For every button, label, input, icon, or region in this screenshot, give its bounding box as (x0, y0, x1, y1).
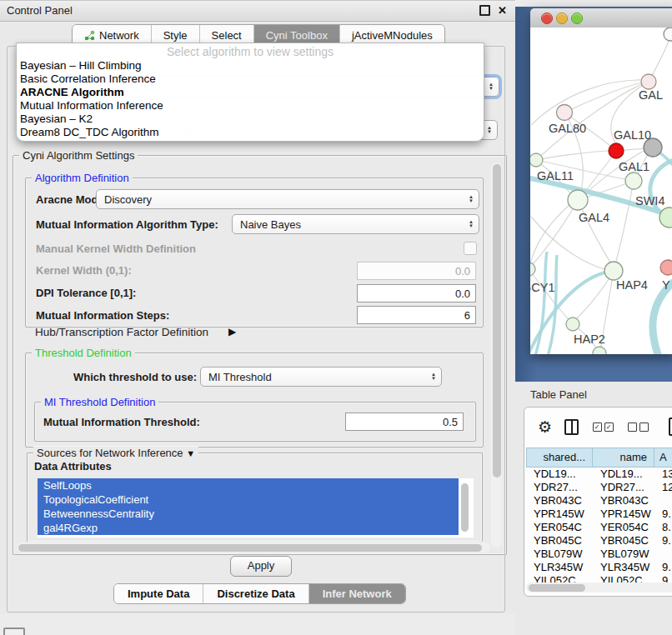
dpi-tolerance-field[interactable]: 0.0 (357, 284, 476, 302)
hub-expand-icon[interactable]: ▶ (228, 326, 236, 338)
mi-type-label: Mutual Information Algorithm Type: (36, 218, 218, 231)
data-attribute-item[interactable]: SelfLoops (38, 478, 459, 492)
settings-horizontal-scrollbar[interactable] (17, 542, 490, 552)
table-cell: YDL19... (593, 468, 654, 481)
algorithm-dropdown-item[interactable]: Basic Correlation Inference (17, 72, 484, 86)
tab-cyni-toolbox-label: Cyni Toolbox (266, 29, 328, 42)
settings-vertical-scrollbar[interactable] (491, 162, 502, 548)
network-node-gal11[interactable] (530, 153, 543, 167)
table-cell: YBL079W (593, 548, 654, 561)
algorithm-dropdown-item[interactable]: ARACNE Algorithm (17, 86, 484, 99)
network-node-gal4[interactable] (568, 190, 588, 210)
tab-select-label: Select (212, 29, 242, 42)
network-edge[interactable] (579, 200, 611, 264)
network-edge[interactable] (615, 181, 634, 264)
table-row[interactable]: YDR27...YDR27...12 (526, 481, 672, 494)
which-threshold-combo[interactable]: MI Threshold ▲▼ (200, 367, 442, 387)
mi-type-combo[interactable]: Naive Bayes ▲▼ (232, 214, 479, 234)
mi-steps-field[interactable]: 6 (357, 306, 476, 324)
tab-infer-network[interactable]: Infer Network (308, 584, 405, 603)
network-node-gal80[interactable] (557, 105, 573, 121)
deselect-all-columns-icon[interactable] (628, 422, 649, 432)
threshold-definition-group: Threshold Definition Which threshold to … (25, 352, 484, 448)
aracne-mode-combo[interactable]: Discovery ▲▼ (96, 189, 479, 209)
column-header-name[interactable]: name (593, 448, 654, 468)
network-node[interactable] (664, 28, 672, 41)
table-row[interactable]: YDL19...YDL19...13 (526, 468, 672, 481)
sources-collapse-icon[interactable]: ▼ (186, 448, 195, 458)
collapsed-panel-icon[interactable] (3, 628, 25, 635)
export-table-icon[interactable] (669, 418, 672, 436)
network-node-gal1[interactable] (625, 172, 642, 189)
apply-button[interactable]: Apply (230, 556, 292, 577)
table-row[interactable]: YBR043CYBR043C (526, 494, 672, 508)
algorithm-dropdown-item[interactable]: Mutual Information Inference (17, 99, 484, 112)
cyni-algorithm-settings-group: Cyni Algorithm Settings Algorithm Defini… (13, 155, 507, 555)
network-node-label: SWI4 (635, 194, 664, 208)
mi-threshold-field[interactable]: 0.5 (345, 412, 464, 431)
kernel-width-label: Kernel Width (0,1): (36, 264, 132, 277)
data-attribute-item[interactable]: gal4RGexp (38, 521, 459, 535)
zoom-traffic-light-icon[interactable] (571, 12, 583, 24)
network-node-gal[interactable] (641, 74, 656, 89)
minimize-traffic-light-icon[interactable] (556, 12, 568, 24)
dpi-tolerance-label: DPI Tolerance [0,1]: (36, 287, 136, 299)
network-edge-thick[interactable] (653, 282, 672, 354)
network-canvas[interactable]: GALGAL80GAL10GAL1GAL11GAL4SWI4GCY1HAP4YH… (530, 28, 672, 354)
table-row[interactable]: YBR045CYBR045C9. (526, 534, 672, 548)
network-node-label: GAL4 (579, 211, 609, 224)
table-cell (654, 494, 672, 508)
tab-impute-data[interactable]: Impute Data (114, 584, 203, 603)
table-row[interactable]: YPR145WYPR145W9. (526, 508, 672, 521)
data-attribute-item[interactable]: BetweennessCentrality (38, 507, 459, 521)
table-cell: 9. (654, 534, 672, 548)
network-edge[interactable] (564, 82, 642, 112)
table-horizontal-scrollbar[interactable] (526, 582, 672, 592)
algorithm-dropdown-item[interactable]: Dream8 DC_TDC Algorithm (17, 126, 484, 139)
tab-impute-data-label: Impute Data (128, 588, 189, 600)
table-body: YDL19...YDL19...13YDR27...YDR27...12YBR0… (526, 468, 672, 588)
network-node-y[interactable] (660, 260, 672, 275)
column-header-third[interactable]: A (654, 448, 672, 468)
network-node-gcy1[interactable] (530, 262, 535, 276)
manual-kernel-checkbox[interactable] (464, 242, 477, 255)
network-node-hap4[interactable] (604, 262, 623, 280)
settings-vertical-scrollbar-thumb[interactable] (493, 164, 501, 478)
table-cell: 9. (654, 561, 672, 574)
algorithm-dropdown-item[interactable]: Bayesian – K2 (17, 112, 484, 126)
column-header-shared-name[interactable]: shared... (526, 448, 593, 468)
network-node[interactable] (609, 143, 624, 158)
table-cell: YDR27... (526, 481, 593, 494)
mi-threshold-label: Mutual Information Threshold: (43, 416, 200, 428)
network-edge[interactable] (536, 151, 609, 160)
data-attributes-list[interactable]: SelfLoopsTopologicalCoefficientBetweenne… (38, 478, 474, 538)
table-cell: 9. (654, 508, 672, 521)
tab-discretize-data[interactable]: Discretize Data (203, 584, 308, 603)
control-panel-title: Control Panel (7, 4, 73, 17)
data-attributes-label: Data Attributes (34, 460, 112, 472)
table-row[interactable]: YLR345WYLR345W9. (526, 561, 672, 574)
data-attribute-item[interactable]: TopologicalCoefficient (38, 492, 459, 507)
network-node-label: Y (662, 278, 670, 292)
table-row[interactable]: YBL079WYBL079W (526, 548, 672, 561)
select-all-columns-icon[interactable]: ✓ ✓ (593, 422, 614, 432)
close-panel-icon[interactable]: ✕ (498, 5, 507, 16)
network-node[interactable] (593, 347, 606, 354)
close-traffic-light-icon[interactable] (541, 12, 553, 24)
table-cell: YBR043C (526, 494, 593, 508)
algorithm-dropdown-item[interactable]: Bayesian – Hill Climbing (17, 59, 484, 72)
network-node-label: GAL80 (549, 122, 586, 135)
attributes-scrollbar-thumb[interactable] (461, 483, 469, 532)
table-cell: YPR145W (526, 508, 593, 521)
network-node-hap2[interactable] (566, 318, 579, 331)
table-row[interactable]: YER054CYER054C8. (526, 521, 672, 534)
settings-horizontal-scrollbar-thumb[interactable] (18, 544, 482, 552)
network-edge[interactable] (531, 217, 607, 270)
node-table: shared... name A YDL19...YDL19...13YDR27… (526, 448, 672, 588)
columns-icon[interactable] (564, 419, 579, 435)
table-horizontal-scrollbar-thumb[interactable] (529, 584, 585, 592)
network-window-titlebar[interactable] (530, 8, 672, 28)
float-panel-icon[interactable] (479, 5, 490, 16)
gear-icon[interactable]: ⚙ (538, 418, 552, 437)
kernel-width-field[interactable]: 0.0 (357, 262, 476, 280)
